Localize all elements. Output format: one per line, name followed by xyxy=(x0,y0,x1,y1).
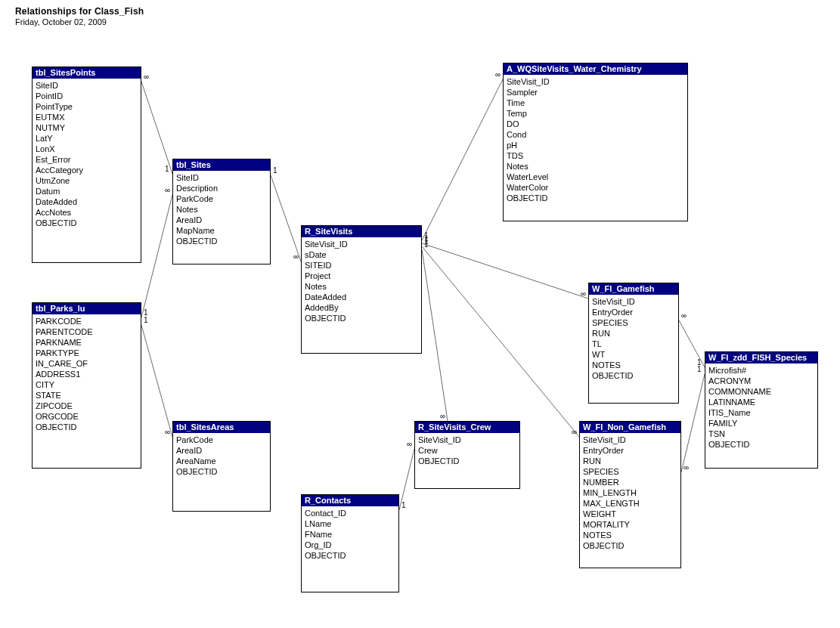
table-field: IN_CARE_OF xyxy=(36,358,138,369)
table-title: R_Contacts xyxy=(302,495,398,506)
relationship-line xyxy=(681,374,705,472)
table-field: SiteID xyxy=(36,80,138,91)
table-title: tbl_Parks_lu xyxy=(33,303,141,314)
table-title: W_FI_zdd_FISH_Species xyxy=(705,352,817,363)
table-field: PARKNAME xyxy=(36,337,138,348)
table-R_SiteVisits[interactable]: R_SiteVisitsSiteVisit_IDsDateSITEIDProje… xyxy=(301,225,422,354)
table-title: W_FI_Non_Gamefish xyxy=(580,422,680,433)
table-field: Org_ID xyxy=(305,540,395,550)
table-title: R_SiteVisits_Crew xyxy=(415,422,519,433)
table-R_SiteVisits_Crew[interactable]: R_SiteVisits_CrewSiteVisit_IDCrewOBJECTI… xyxy=(414,421,520,489)
cardinality-label: 1 xyxy=(424,231,429,240)
table-tbl_Parks_lu[interactable]: tbl_Parks_luPARKCODEPARENTCODEPARKNAMEPA… xyxy=(32,302,141,469)
cardinality-label: ∞ xyxy=(407,440,412,448)
table-field: SPECIES xyxy=(592,317,675,328)
table-field: FAMILY xyxy=(708,418,814,428)
table-field: TDS xyxy=(507,150,684,161)
table-field: OBJECTID xyxy=(36,422,138,432)
table-field: SITEID xyxy=(305,260,418,271)
table-field: AccNotes xyxy=(36,207,138,218)
table-field: EntryOrder xyxy=(592,307,675,317)
table-field: Microfish# xyxy=(708,365,814,376)
table-tbl_SitesAreas[interactable]: tbl_SitesAreasParkCodeAreaIDAreaNameOBJE… xyxy=(172,421,271,512)
cardinality-label: ∞ xyxy=(293,252,299,261)
table-field: MORTALITY xyxy=(583,519,677,530)
table-field: RUN xyxy=(592,328,675,339)
table-R_Contacts[interactable]: R_ContactsContact_IDLNameFNameOrg_IDOBJE… xyxy=(301,494,399,592)
table-field: WaterColor xyxy=(507,182,684,193)
table-field: NUMBER xyxy=(583,477,677,487)
table-field: SiteVisit_ID xyxy=(418,435,516,445)
cardinality-label: ∞ xyxy=(572,428,577,436)
cardinality-label: ∞ xyxy=(683,463,689,472)
table-field: NOTES xyxy=(592,360,675,370)
table-field: Notes xyxy=(305,281,418,292)
table-tbl_Sites[interactable]: tbl_SitesSiteIDDescriptionParkCodeNotesA… xyxy=(172,159,271,265)
table-field: ADDRESS1 xyxy=(36,369,138,379)
table-field: OBJECTID xyxy=(305,550,395,561)
table-title: A_WQSiteVisits_Water_Chemistry xyxy=(504,63,687,75)
table-field: TL xyxy=(592,339,675,349)
table-field: OBJECTID xyxy=(592,370,675,381)
table-fields: SiteIDPointIDPointTypeEUTMXNUTMYLatYLonX… xyxy=(33,79,141,231)
table-W_FI_zdd[interactable]: W_FI_zdd_FISH_SpeciesMicrofish#ACRONYMCO… xyxy=(705,351,818,469)
table-field: Notes xyxy=(176,204,267,215)
table-field: Description xyxy=(176,183,267,193)
table-field: AddedBy xyxy=(305,302,418,313)
table-field: OBJECTID xyxy=(418,456,516,466)
table-field: WT xyxy=(592,349,675,360)
table-field: PointType xyxy=(36,101,138,112)
relationship-line xyxy=(422,246,579,437)
table-field: pH xyxy=(507,140,684,150)
cardinality-label: 1 xyxy=(165,165,169,173)
table-field: DO xyxy=(507,119,684,129)
table-field: ORGCODE xyxy=(36,411,138,422)
table-field: DateAdded xyxy=(305,292,418,302)
table-fields: SiteIDDescriptionParkCodeNotesAreaIDMapN… xyxy=(173,171,270,249)
table-field: Time xyxy=(507,97,684,108)
cardinality-label: ∞ xyxy=(440,412,445,420)
table-field: Crew xyxy=(418,445,516,456)
cardinality-label: 1 xyxy=(697,358,702,367)
relationship-line xyxy=(141,195,172,317)
table-A_WQ[interactable]: A_WQSiteVisits_Water_ChemistrySiteVisit_… xyxy=(503,63,688,221)
cardinality-label: 1 xyxy=(144,316,148,324)
table-field: OBJECTID xyxy=(583,540,677,551)
table-field: LName xyxy=(305,518,395,529)
table-field: Temp xyxy=(507,108,684,119)
table-field: SiteID xyxy=(176,172,267,183)
table-field: NUTMY xyxy=(36,122,138,133)
table-field: LatY xyxy=(36,133,138,144)
table-fields: ParkCodeAreaIDAreaNameOBJECTID xyxy=(173,433,270,480)
table-title: tbl_SitesPoints xyxy=(33,67,141,79)
table-field: MapName xyxy=(176,225,267,236)
table-title: tbl_Sites xyxy=(173,159,270,171)
table-field: WEIGHT xyxy=(583,509,677,519)
table-field: SiteVisit_ID xyxy=(507,76,684,87)
table-field: OBJECTID xyxy=(176,466,267,477)
table-field: PointID xyxy=(36,91,138,101)
relationship-line xyxy=(422,243,588,299)
table-field: MAX_LENGTH xyxy=(583,498,677,509)
table-field: SiteVisit_ID xyxy=(592,296,675,307)
table-field: FName xyxy=(305,529,395,540)
table-fields: SiteVisit_IDEntryOrderRUNSPECIESNUMBERMI… xyxy=(580,433,680,554)
table-W_FI_Gamefish[interactable]: W_FI_GamefishSiteVisit_IDEntryOrderSPECI… xyxy=(588,283,679,404)
table-field: Datum xyxy=(36,186,138,196)
table-field: OBJECTID xyxy=(305,313,418,323)
relationship-line xyxy=(422,79,503,240)
table-fields: SiteVisit_IDsDateSITEIDProjectNotesDateA… xyxy=(302,237,421,326)
table-W_FI_Non_Gamefish[interactable]: W_FI_Non_GamefishSiteVisit_IDEntryOrderR… xyxy=(579,421,681,568)
cardinality-label: 1 xyxy=(401,501,406,509)
table-tbl_SitesPoints[interactable]: tbl_SitesPointsSiteIDPointIDPointTypeEUT… xyxy=(32,67,141,263)
cardinality-label: 1 xyxy=(424,237,429,246)
table-field: COMMONNAME xyxy=(708,386,814,397)
relationship-line xyxy=(271,175,301,261)
table-field: OBJECTID xyxy=(708,439,814,450)
table-field: AreaID xyxy=(176,215,267,225)
table-title: tbl_SitesAreas xyxy=(173,422,270,433)
relationship-line xyxy=(141,325,172,437)
relationship-line xyxy=(422,249,448,421)
cardinality-label: 1 xyxy=(424,234,429,243)
table-fields: PARKCODEPARENTCODEPARKNAMEPARKTYPEIN_CAR… xyxy=(33,314,141,435)
